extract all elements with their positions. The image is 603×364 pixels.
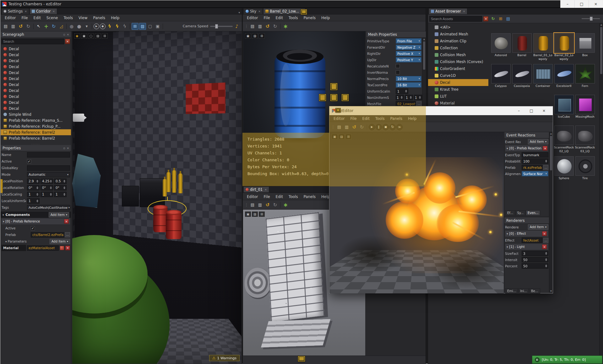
prefab-asset-field[interactable]: rk.ezPrefab: [522, 165, 542, 170]
primitivetype-dropdown[interactable]: From File: [396, 38, 421, 44]
panel-tab[interactable]: Asset Browser: [429, 8, 467, 14]
rotation-z-spinner[interactable]: 0°: [54, 185, 67, 190]
dock-target-left-icon[interactable]: [319, 94, 326, 101]
corridor-viewport[interactable]: 1 Warnings: [72, 31, 242, 364]
tab-close-icon[interactable]: [24, 10, 27, 13]
scenegraph-item[interactable]: Decal: [1, 82, 71, 88]
sep-icon[interactable]: [280, 202, 280, 208]
percentage-spinner[interactable]: 50: [522, 263, 548, 269]
asset-item[interactable]: Barrel_02_Lowpoly: [553, 33, 574, 61]
nonuniform-y-spinner[interactable]: 1: [405, 95, 413, 100]
browse-asset-icon[interactable]: [65, 232, 70, 237]
undo-icon[interactable]: [264, 23, 271, 30]
add-component-button[interactable]: Add Item: [49, 212, 69, 217]
close-icon[interactable]: ×: [538, 106, 550, 115]
close-icon[interactable]: ×: [589, 0, 603, 8]
uniformscaling-spinner[interactable]: 1: [396, 88, 408, 94]
document-tab[interactable]: Corridor: [30, 8, 57, 14]
dock-target-center-icon[interactable]: [330, 94, 337, 101]
asset-item[interactable]: Barrel_01_Lowpoly: [532, 33, 553, 61]
asset-item[interactable]: Asteroid: [490, 33, 511, 61]
scale-z-spinner[interactable]: 1: [54, 192, 67, 197]
view-eye-icon[interactable]: [74, 33, 80, 39]
scenegraph-item[interactable]: Simple Wind: [1, 111, 71, 117]
menu-item[interactable]: Editor: [244, 194, 261, 200]
collapse-icon[interactable]: [3, 213, 4, 217]
asset-type-item[interactable]: Kraut Tree: [428, 86, 488, 93]
floating-title-bar[interactable]: ezEditor – □ ×: [329, 106, 553, 115]
prefab-reaction-header[interactable]: [0] - Prefab Reaction: [505, 145, 548, 151]
menu-item[interactable]: Panels: [301, 194, 318, 200]
import-asset-icon[interactable]: [497, 15, 504, 22]
collapse-icon[interactable]: [507, 147, 508, 150]
transform-needed-icon[interactable]: [490, 15, 497, 22]
sep-icon[interactable]: [367, 124, 367, 130]
redo-icon[interactable]: [25, 23, 32, 30]
menu-item[interactable]: Edit: [273, 194, 286, 200]
light-renderer-header[interactable]: [1] - Light: [505, 244, 548, 250]
particle-editor-floating-window[interactable]: ezEditor – □ × EditorFileEditToolsPanels…: [329, 106, 553, 293]
asset-item[interactable]: ScannedRock02_LQ: [553, 126, 574, 153]
sizefactor-spinner[interactable]: 3: [522, 251, 548, 256]
zoom-slider[interactable]: [582, 18, 600, 19]
uniform-scale-spinner[interactable]: 1: [27, 198, 40, 204]
document-tab[interactable]: Settings: [1, 8, 29, 14]
save-icon[interactable]: [249, 201, 256, 208]
minimize-icon[interactable]: –: [513, 106, 525, 115]
sep-icon[interactable]: [92, 24, 92, 29]
intensity-spinner[interactable]: 50: [522, 257, 548, 262]
save-icon[interactable]: [249, 23, 256, 30]
asset-type-item[interactable]: LUT: [428, 93, 488, 100]
tab-overflow-icon[interactable]: [237, 11, 241, 14]
remove-material-icon[interactable]: [65, 246, 70, 250]
menu-item[interactable]: Edit: [31, 15, 44, 21]
asset-type-item[interactable]: Collision Mesh: [428, 51, 488, 58]
save-icon[interactable]: [336, 124, 343, 131]
asset-item[interactable]: Barrel: [511, 33, 532, 61]
thumbnail-view-icon[interactable]: [505, 15, 512, 22]
probability-spinner[interactable]: 100: [522, 158, 548, 164]
menu-item[interactable]: Editor: [2, 15, 19, 21]
zoom-knob[interactable]: [590, 17, 593, 21]
prefab-asset-field[interactable]: cts/Barrel2.ezPrefab: [31, 232, 64, 238]
view-grid-icon[interactable]: [259, 33, 265, 39]
save-icon[interactable]: [2, 23, 9, 30]
forwarddir-dropdown[interactable]: Negative Z: [396, 45, 421, 50]
slider-knob[interactable]: [215, 24, 218, 29]
open-icon[interactable]: [343, 124, 350, 131]
clear-search-icon[interactable]: [65, 39, 70, 44]
menu-item[interactable]: Help: [318, 15, 333, 21]
tab-close-icon[interactable]: [52, 10, 55, 13]
asset-item[interactable]: Cassiopeia: [511, 64, 532, 92]
menu-item[interactable]: Editor: [331, 116, 348, 121]
position-y-spinner[interactable]: 4.25: [41, 179, 53, 184]
scenegraph-item[interactable]: Decal: [1, 105, 71, 111]
active-checkbox[interactable]: [27, 159, 31, 163]
collapse-icon[interactable]: [3, 220, 4, 223]
play-icon[interactable]: [94, 24, 99, 29]
collapse-icon[interactable]: [5, 239, 7, 244]
undo-icon[interactable]: [351, 124, 358, 131]
view-camera-icon[interactable]: [245, 211, 251, 217]
speaker-icon[interactable]: [233, 23, 240, 30]
menu-item[interactable]: View: [76, 15, 90, 21]
view-render-icon[interactable]: [252, 33, 258, 39]
rotation-y-spinner[interactable]: 0°: [41, 185, 53, 190]
sep-icon[interactable]: [66, 24, 67, 29]
scenegraph-item[interactable]: Decal: [1, 64, 71, 70]
asset-type-item[interactable]: Animation Clip: [428, 38, 488, 45]
dock-target-bottom-icon[interactable]: [298, 356, 305, 361]
add-renderer-button[interactable]: Add Item: [528, 224, 548, 230]
undo-icon[interactable]: [17, 23, 24, 30]
scroll-down-icon[interactable]: [549, 290, 553, 293]
name-input[interactable]: [27, 152, 70, 158]
mode-dropdown[interactable]: Automatic: [27, 172, 70, 177]
panel-tab[interactable]: Sy...: [515, 210, 525, 216]
visualizer-toggle-icon[interactable]: [139, 23, 146, 30]
handle-icon[interactable]: [244, 201, 248, 208]
sep-icon[interactable]: [280, 24, 280, 29]
remove-reaction-icon[interactable]: [543, 146, 547, 151]
view-camera-icon[interactable]: [332, 134, 338, 139]
panel-tab[interactable]: Ef...: [505, 210, 515, 216]
asset-item[interactable]: ExcelsiorII: [553, 64, 574, 92]
